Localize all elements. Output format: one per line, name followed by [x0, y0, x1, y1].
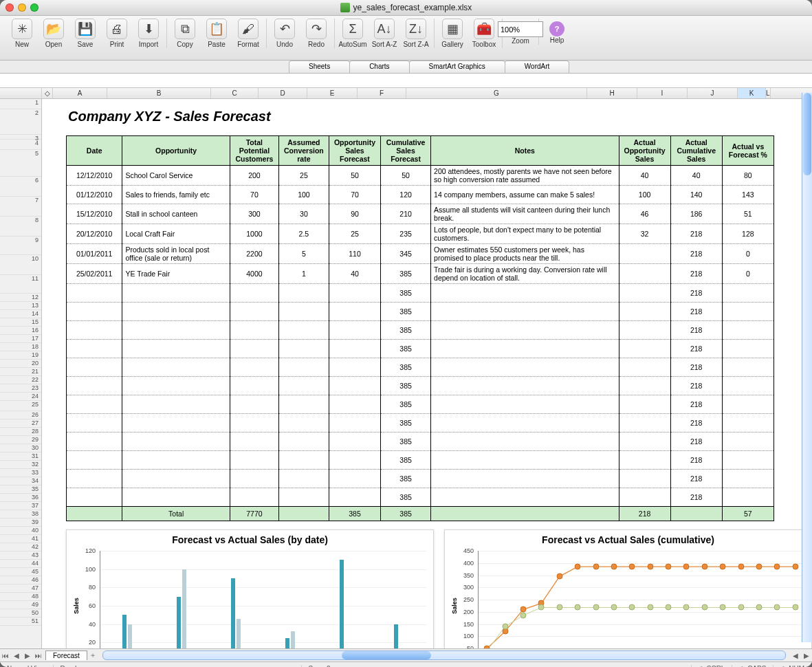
table-cell[interactable]: 218 — [670, 414, 722, 433]
table-cell[interactable] — [230, 451, 278, 470]
table-cell[interactable] — [431, 284, 619, 303]
row-header[interactable]: 9 — [0, 237, 41, 255]
table-cell[interactable]: 120 — [381, 186, 431, 204]
toolbar-import[interactable]: ⬇Import — [133, 19, 164, 48]
table-cell[interactable]: 218 — [670, 488, 722, 507]
table-cell[interactable] — [431, 470, 619, 488]
toolbar-redo[interactable]: ↷Redo — [301, 19, 331, 48]
bar-chart[interactable]: Forecast vs Actual Sales (by date)020406… — [66, 529, 434, 648]
table-cell[interactable] — [722, 488, 773, 507]
table-cell[interactable]: 385 — [381, 488, 431, 507]
table-cell[interactable]: Assume all students will visit canteen d… — [431, 204, 619, 224]
table-cell[interactable]: 186 — [670, 204, 722, 224]
table-cell[interactable]: 100 — [278, 186, 329, 204]
scroll-left-icon[interactable]: ◀ — [790, 652, 801, 659]
table-cell[interactable]: 0 — [722, 264, 773, 284]
view-mode[interactable]: Normal View — [0, 665, 54, 668]
table-cell[interactable]: Local Craft Fair — [122, 224, 230, 244]
column-header-F[interactable]: F — [358, 88, 406, 98]
table-row[interactable]: 385218 — [67, 433, 774, 451]
row-header[interactable]: 31 — [0, 452, 41, 461]
row-header[interactable]: 41 — [0, 535, 41, 543]
row-header[interactable]: 22 — [0, 376, 41, 384]
table-cell[interactable]: YE Trade Fair — [122, 264, 230, 284]
column-header-L[interactable]: L — [766, 88, 771, 98]
row-header[interactable]: 35 — [0, 485, 41, 494]
row-header[interactable]: 32 — [0, 461, 41, 469]
toolbar-sort-z-a[interactable]: Z↓Sort Z-A — [401, 19, 431, 48]
table-cell[interactable] — [619, 414, 670, 433]
table-cell[interactable]: 385 — [381, 414, 431, 433]
table-cell[interactable] — [329, 451, 380, 470]
column-header-H[interactable]: H — [587, 88, 637, 98]
table-cell[interactable] — [230, 488, 278, 507]
sheet-tab-forecast[interactable]: Forecast — [45, 650, 87, 660]
column-header-K[interactable]: K — [738, 88, 766, 98]
toolbar-undo[interactable]: ↶Undo — [270, 19, 300, 48]
table-cell[interactable]: 01/12/2010 — [67, 186, 122, 204]
table-cell[interactable]: Trade fair is during a working day. Conv… — [431, 264, 619, 284]
table-cell[interactable] — [619, 321, 670, 340]
row-header[interactable]: 43 — [0, 551, 41, 560]
table-cell[interactable]: 385 — [381, 303, 431, 321]
table-cell[interactable]: 01/01/2011 — [67, 244, 122, 264]
table-cell[interactable] — [278, 470, 329, 488]
table-row[interactable]: 385218 — [67, 451, 774, 470]
toolbar-autosum[interactable]: ΣAutoSum — [338, 19, 368, 48]
table-cell[interactable]: 300 — [230, 204, 278, 224]
row-header[interactable]: 1 — [0, 99, 41, 109]
table-cell[interactable]: 25 — [278, 166, 329, 186]
table-cell[interactable]: 30 — [278, 204, 329, 224]
row-header[interactable]: 36 — [0, 494, 41, 502]
table-cell[interactable]: 50 — [329, 166, 380, 186]
row-header[interactable]: 3 — [0, 135, 41, 140]
table-cell[interactable] — [431, 488, 619, 507]
table-cell[interactable]: 385 — [381, 433, 431, 451]
column-header-E[interactable]: E — [307, 88, 358, 98]
row-header[interactable]: 10 — [0, 255, 41, 275]
table-row[interactable]: 01/01/2011Products sold in local post of… — [67, 244, 774, 264]
table-cell[interactable]: 70 — [329, 186, 380, 204]
table-cell[interactable]: Stall in school canteen — [122, 204, 230, 224]
column-header-D[interactable]: D — [259, 88, 307, 98]
table-cell[interactable]: 40 — [670, 166, 722, 186]
table-cell[interactable]: 2.5 — [278, 224, 329, 244]
row-header[interactable]: 12 — [0, 294, 41, 302]
table-cell[interactable] — [122, 340, 230, 358]
row-header[interactable]: 45 — [0, 568, 41, 576]
table-cell[interactable] — [329, 488, 380, 507]
table-cell[interactable] — [278, 284, 329, 303]
row-header[interactable]: 44 — [0, 560, 41, 568]
column-header-A[interactable]: A — [53, 88, 107, 98]
row-header[interactable]: 5 — [0, 150, 41, 177]
row-header[interactable]: 25 — [0, 401, 41, 411]
table-cell[interactable] — [619, 264, 670, 284]
table-cell[interactable] — [431, 395, 619, 414]
horizontal-scrollbar[interactable] — [102, 650, 786, 660]
table-cell[interactable] — [278, 321, 329, 340]
table-cell[interactable]: 218 — [670, 224, 722, 244]
table-row[interactable]: 12/12/2010School Carol Service2002550502… — [67, 166, 774, 186]
table-cell[interactable]: 385 — [381, 321, 431, 340]
table-row[interactable]: 385218 — [67, 303, 774, 321]
row-header[interactable]: 6 — [0, 177, 41, 197]
table-cell[interactable] — [230, 414, 278, 433]
column-header-I[interactable]: I — [637, 88, 688, 98]
row-header[interactable]: 20 — [0, 360, 41, 368]
table-cell[interactable] — [122, 414, 230, 433]
table-cell[interactable]: 218 — [670, 244, 722, 264]
table-cell[interactable]: 143 — [722, 186, 773, 204]
table-cell[interactable] — [278, 451, 329, 470]
last-sheet-icon[interactable]: ⏭ — [33, 652, 44, 659]
table-cell[interactable] — [722, 303, 773, 321]
table-row[interactable]: 385218 — [67, 340, 774, 358]
table-cell[interactable] — [619, 284, 670, 303]
table-cell[interactable] — [722, 470, 773, 488]
table-cell[interactable] — [67, 414, 122, 433]
table-row[interactable]: 01/12/2010Sales to friends, family etc70… — [67, 186, 774, 204]
table-cell[interactable]: 14 company members, assume can make 5 sa… — [431, 186, 619, 204]
table-cell[interactable]: Owner estimates 550 customers per week, … — [431, 244, 619, 264]
table-cell[interactable]: 40 — [619, 166, 670, 186]
table-cell[interactable] — [619, 358, 670, 377]
row-header[interactable]: 13 — [0, 302, 41, 310]
